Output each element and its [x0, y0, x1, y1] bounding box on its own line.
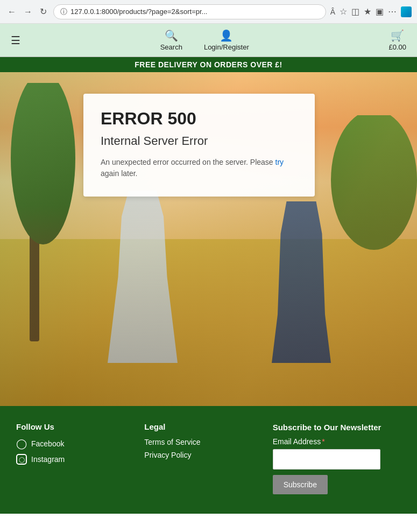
delivery-banner: FREE DELIVERY ON ORDERS OVER £! [0, 57, 417, 72]
back-button[interactable]: ← [5, 6, 18, 18]
bookmark-icon[interactable]: ☆ [340, 6, 347, 17]
split-view-icon[interactable]: ◫ [351, 6, 359, 17]
error-card: ERROR 500 Internal Server Error An unexp… [83, 94, 315, 197]
facebook-link[interactable]: ◯ Facebook [16, 438, 144, 450]
cart-total: £0.00 [388, 43, 406, 51]
screenshot-icon[interactable]: ▣ [376, 6, 384, 17]
error-message: An unexpected error occurred on the serv… [101, 157, 298, 179]
user-icon: 👤 [220, 29, 233, 42]
more-icon[interactable]: ⋯ [388, 6, 397, 17]
delivery-text: FREE DELIVERY ON ORDERS OVER £! [135, 60, 282, 69]
browser-chrome: ← → ↻ ⓘ 127.0.0.1:8000/products/?page=2&… [0, 0, 417, 24]
instagram-link[interactable]: ◯ Instagram [16, 454, 144, 465]
cart-nav-item[interactable]: 🛒 £0.00 [388, 29, 406, 51]
footer-legal: Legal Terms of Service Privacy Policy [144, 422, 272, 464]
email-required-asterisk: * [322, 437, 324, 446]
email-label: Email Address* [273, 437, 401, 446]
site-header: ☰ 🔍 Search 👤 Login/Register 🛒 £0.00 [0, 24, 417, 57]
browser-nav-buttons: ← → ↻ [5, 5, 49, 18]
profile-icon[interactable] [401, 6, 412, 17]
error-message-text2: again later. [101, 169, 138, 178]
instagram-icon: ◯ [16, 454, 27, 465]
header-nav: 🔍 Search 👤 Login/Register [160, 29, 249, 51]
login-nav-item[interactable]: 👤 Login/Register [204, 29, 249, 51]
address-bar[interactable]: ⓘ 127.0.0.1:8000/products/?page=2&sort=p… [53, 4, 326, 19]
reader-icon[interactable]: Â [330, 8, 335, 16]
error-message-text1: An unexpected error occurred on the serv… [101, 158, 275, 166]
favorites-icon[interactable]: ★ [364, 6, 371, 17]
info-icon: ⓘ [60, 7, 67, 17]
try-link[interactable]: try [275, 158, 284, 166]
cart-icon: 🛒 [391, 29, 404, 42]
url-text: 127.0.0.1:8000/products/?page=2&sort=pr.… [70, 8, 207, 16]
facebook-label: Facebook [31, 439, 64, 448]
subscribe-button[interactable]: Subscribe [273, 475, 328, 494]
facebook-icon: ◯ [16, 438, 27, 450]
forward-button[interactable]: → [22, 6, 34, 18]
legal-title: Legal [144, 422, 272, 431]
error-title: Internal Server Error [101, 134, 298, 148]
newsletter-title: Subscribe to Our Newsletter [273, 422, 401, 433]
instagram-label: Instagram [31, 455, 65, 464]
refresh-button[interactable]: ↻ [38, 5, 49, 18]
terms-link[interactable]: Terms of Service [144, 438, 272, 446]
hero-section: ERROR 500 Internal Server Error An unexp… [0, 72, 417, 406]
login-label: Login/Register [204, 43, 249, 51]
search-label: Search [160, 43, 182, 51]
footer-follow-us: Follow Us ◯ Facebook ◯ Instagram [16, 422, 144, 469]
privacy-link[interactable]: Privacy Policy [144, 451, 272, 459]
error-code: ERROR 500 [101, 109, 298, 129]
footer-newsletter: Subscribe to Our Newsletter Email Addres… [273, 422, 401, 494]
browser-toolbar: Â ☆ ◫ ★ ▣ ⋯ [330, 6, 412, 17]
search-icon: 🔍 [165, 29, 178, 42]
hamburger-menu[interactable]: ☰ [11, 34, 20, 47]
email-input[interactable] [273, 449, 380, 470]
site-footer: Follow Us ◯ Facebook ◯ Instagram Legal T… [0, 406, 417, 514]
follow-us-title: Follow Us [16, 422, 144, 431]
search-nav-item[interactable]: 🔍 Search [160, 29, 182, 51]
